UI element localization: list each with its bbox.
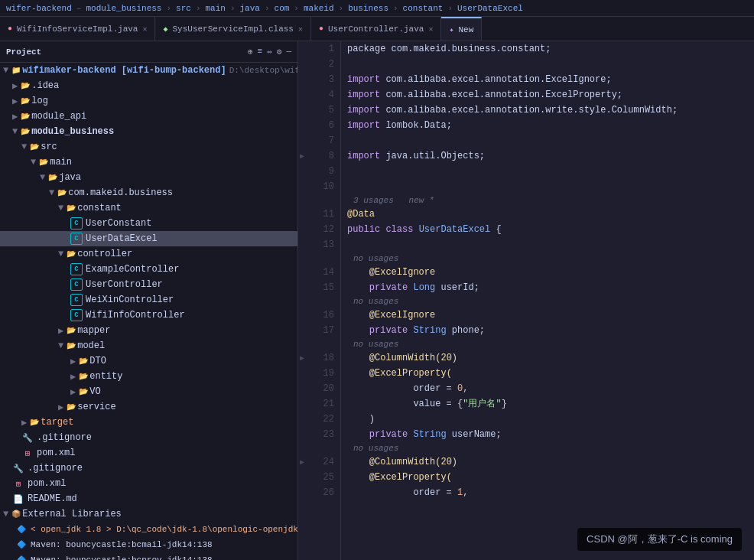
- root-folder-icon: 📁: [10, 64, 22, 77]
- title-part-4: main: [206, 4, 226, 13]
- sidebar-item-ext-libs[interactable]: ▼ 📦 External Libraries: [0, 506, 297, 522]
- java-file-icon: C: [70, 217, 83, 230]
- code-line-3: import com.alibaba.excel.annotation.Exce…: [347, 72, 754, 87]
- folder-open-icon: 📂: [28, 141, 41, 153]
- sidebar-item-target[interactable]: ▶ 📂 target: [0, 415, 297, 430]
- lib-item-icon: 🔷: [15, 554, 28, 560]
- item-label: pom.xml: [37, 448, 75, 458]
- sidebar-item-src[interactable]: ▼ 📂 src: [0, 139, 297, 155]
- tree-root[interactable]: ▼ 📁 wifimaker-backend [wifi-bump-backend…: [0, 63, 297, 78]
- item-label: UserDataExcel: [86, 233, 158, 244]
- sidebar-item-java[interactable]: ▼ 📂 java: [0, 170, 297, 185]
- folder-icon: 📂: [77, 386, 89, 398]
- java-file-icon: C: [70, 294, 83, 306]
- git-icon: 🔧: [12, 462, 24, 474]
- new-icon: ✦: [449, 25, 453, 34]
- lib-item-icon: 🔷: [15, 539, 28, 551]
- hint-nousages-3: no usages: [353, 338, 754, 350]
- item-label: .gitignore: [37, 432, 92, 443]
- sidebar-item-weixincontroller[interactable]: C WeiXinController: [0, 292, 297, 308]
- code-lines: package com.makeid.business.constant; im…: [341, 41, 754, 560]
- title-part-6: com: [275, 4, 290, 13]
- code-line-25: @ExcelProperty(: [347, 470, 754, 485]
- sidebar[interactable]: Project ⊕ ≡ ⇔ ⚙ — ▼ 📁 wifimaker-backend …: [0, 41, 298, 560]
- sidebar-item-usercontroller[interactable]: C UserController: [0, 277, 297, 292]
- collapse-icon[interactable]: ⇔: [267, 47, 272, 57]
- tab-wifiinfo[interactable]: ● WifiInfoServiceImpl.java ✕: [0, 17, 155, 41]
- sidebar-item-model[interactable]: ▼ 📂 model: [0, 338, 297, 353]
- md-icon: 📄: [12, 493, 24, 505]
- title-part-10: UserDataExcel: [457, 4, 523, 13]
- sidebar-item-gitignore-module[interactable]: 🔧 .gitignore: [0, 430, 297, 445]
- arrow-icon: ▶: [70, 386, 76, 398]
- sidebar-item-service[interactable]: ▶ 📂 service: [0, 399, 297, 415]
- close-icon[interactable]: ✕: [142, 24, 147, 34]
- sidebar-item-openjdk[interactable]: 🔷 < open_jdk 1.8 > D:\qc_code\jdk-1.8\op…: [0, 522, 297, 537]
- sidebar-item-idea[interactable]: ▶ 📂 .idea: [0, 78, 297, 93]
- sidebar-item-entity[interactable]: ▶ 📂 entity: [0, 369, 297, 384]
- sidebar-item-pom-root[interactable]: ⊞ pom.xml: [0, 476, 297, 491]
- sidebar-item-mapper[interactable]: ▶ 📂 mapper: [0, 323, 297, 338]
- sidebar-item-constant[interactable]: ▼ 📂 constant: [0, 200, 297, 216]
- sidebar-item-bouncy1[interactable]: 🔷 Maven: bouncycastle:bcmail-jdk14:138: [0, 537, 297, 552]
- sidebar-item-gitignore-root[interactable]: 🔧 .gitignore: [0, 461, 297, 476]
- tab-label-new: New: [458, 25, 473, 34]
- sidebar-item-readme[interactable]: 📄 README.md: [0, 491, 297, 506]
- sidebar-item-controller[interactable]: ▼ 📂 controller: [0, 246, 297, 262]
- sidebar-item-main[interactable]: ▼ 📂 main: [0, 155, 297, 170]
- sidebar-icons: ⊕ ≡ ⇔ ⚙ —: [248, 47, 291, 57]
- item-label: WifiInfoController: [86, 310, 185, 321]
- item-label: java: [59, 172, 81, 183]
- folder-icon: 📂: [65, 401, 77, 413]
- close-icon-2[interactable]: ✕: [298, 24, 303, 34]
- hint-nousages-1: no usages: [353, 252, 754, 265]
- sidebar-item-module-api[interactable]: ▶ 📂 module_api: [0, 109, 297, 124]
- sidebar-item-bouncy2[interactable]: 🔷 Maven: bouncycastle:bcprov-jdk14:138: [0, 552, 297, 560]
- code-line-2: [347, 57, 754, 72]
- sidebar-item-examplecontroller[interactable]: C ExampleController: [0, 262, 297, 277]
- title-part-3: src: [176, 4, 191, 13]
- code-line-5: import com.alibaba.excel.annotation.writ…: [347, 103, 754, 118]
- item-label: ExampleController: [86, 264, 179, 275]
- tab-usercontroller[interactable]: ● UserController.java ✕: [311, 17, 441, 41]
- git-icon: 🔧: [21, 431, 34, 444]
- sidebar-item-userconstant[interactable]: C UserConstant: [0, 216, 297, 231]
- structure-icon[interactable]: ≡: [258, 47, 263, 57]
- arrow-icon: ▼: [40, 172, 45, 183]
- java-file-icon: C: [70, 233, 83, 245]
- code-line-16: @ExcelIgnore: [347, 308, 754, 323]
- code-area[interactable]: 1 2 3 4 5 6 7 8 ▶ 9 10 11 12 13: [298, 41, 754, 560]
- fold-gutter-24[interactable]: ▶: [300, 457, 304, 467]
- item-label: entity: [89, 371, 122, 382]
- class-icon: ◆: [163, 24, 167, 34]
- arrow-icon: ▶: [12, 80, 18, 92]
- sidebar-item-com-makeid[interactable]: ▼ 📂 com.makeid.business: [0, 185, 297, 200]
- sidebar-item-module-business[interactable]: ▼ 📂 module_business: [0, 124, 297, 139]
- title-part-7: makeid: [304, 4, 334, 13]
- fold-gutter-8[interactable]: ▶: [300, 151, 304, 161]
- item-label: External Libraries: [22, 509, 122, 519]
- java-file-icon: C: [70, 278, 83, 291]
- close-sidebar-icon[interactable]: —: [286, 47, 291, 57]
- sidebar-item-userdataexcel[interactable]: C UserDataExcel: [0, 231, 297, 246]
- main-layout: Project ⊕ ≡ ⇔ ⚙ — ▼ 📁 wifimaker-backend …: [0, 41, 754, 560]
- arrow-icon: ▶: [70, 371, 76, 383]
- title-part-1: wifer-backend: [6, 4, 72, 13]
- item-label: log: [31, 96, 48, 106]
- arrow-icon: ▶: [58, 325, 63, 337]
- close-icon-3[interactable]: ✕: [428, 24, 433, 34]
- item-label: DTO: [89, 356, 106, 366]
- sidebar-item-vo[interactable]: ▶ 📂 VO: [0, 384, 297, 399]
- sidebar-item-wifiinfocontroller[interactable]: C WifiInfoController: [0, 308, 297, 323]
- plus-icon[interactable]: ⊕: [248, 47, 253, 57]
- sidebar-item-dto[interactable]: ▶ 📂 DTO: [0, 353, 297, 369]
- sidebar-item-log[interactable]: ▶ 📂 log: [0, 93, 297, 109]
- fold-gutter-18[interactable]: ▶: [300, 353, 304, 363]
- tab-sysuser[interactable]: ◆ SysUserServiceImpl.class ✕: [155, 17, 311, 41]
- arrow-icon: ▼: [21, 142, 27, 152]
- item-label: com.makeid.business: [68, 187, 173, 198]
- settings-icon[interactable]: ⚙: [277, 47, 282, 57]
- sidebar-item-pom-module[interactable]: ⊞ pom.xml: [0, 445, 297, 461]
- title-bar: wifer-backend – module_business › src › …: [0, 0, 754, 17]
- tab-new[interactable]: ✦ New: [441, 17, 482, 41]
